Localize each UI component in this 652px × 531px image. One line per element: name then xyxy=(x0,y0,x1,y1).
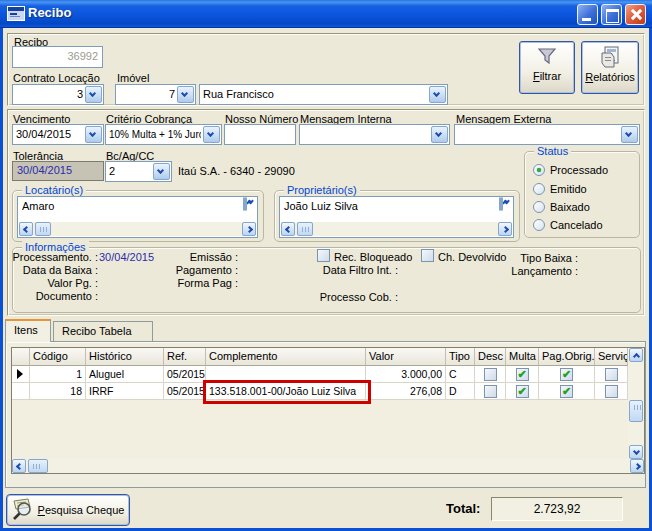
radio-baixado[interactable] xyxy=(533,201,545,213)
row-selector-arrow xyxy=(17,369,23,379)
imovel-label: Imóvel xyxy=(117,72,149,84)
col-header-historico[interactable]: Histórico xyxy=(86,348,164,366)
col-header-desc[interactable]: Desc xyxy=(475,348,506,366)
forma-pag-label: Forma Pag : xyxy=(150,277,238,289)
scroll-down-icon[interactable] xyxy=(629,445,643,459)
imovel-select[interactable]: 7 xyxy=(115,84,196,105)
bcagcc-select[interactable]: 2 xyxy=(105,161,172,182)
mensagem-externa-select[interactable] xyxy=(454,124,640,145)
grid-vscrollbar[interactable] xyxy=(628,348,644,459)
total-value-box: 2.723,92 xyxy=(491,497,623,521)
locatario-list[interactable]: Amaro xyxy=(17,196,258,238)
window-title: Recibo xyxy=(28,5,71,20)
desc-checkbox[interactable] xyxy=(484,385,497,398)
valor-pg-label: Valor Pg. : xyxy=(8,277,98,289)
scroll-right-icon[interactable] xyxy=(630,459,644,473)
relatorios-button[interactable]: Relatórios xyxy=(581,41,639,94)
col-header-pag-obrig[interactable]: Pag.Obrig. xyxy=(539,348,595,366)
col-header-codigo[interactable]: Código xyxy=(30,348,86,366)
chevron-down-icon[interactable] xyxy=(85,126,102,143)
data-baixa-label: Data da Baixa : xyxy=(8,264,98,276)
proprietario-value: João Luiz Silva xyxy=(284,200,358,212)
tab-recibo-tabela[interactable]: Recibo Tabela xyxy=(53,321,153,342)
scroll-thumb[interactable] xyxy=(35,222,51,236)
proprietario-hscrollbar[interactable] xyxy=(281,222,512,236)
locatario-title: Locatário(s) xyxy=(22,184,86,196)
radio-emitido-label: Emitido xyxy=(550,183,587,195)
locatario-spinner[interactable] xyxy=(243,198,256,210)
pagamento-label: Pagamento : xyxy=(150,264,238,276)
multa-checkbox[interactable] xyxy=(516,368,529,381)
banco-info: Itaú S.A. - 6340 - 29090 xyxy=(178,165,295,177)
scroll-right-icon[interactable] xyxy=(242,222,256,236)
chevron-down-icon[interactable] xyxy=(153,163,170,180)
chevron-down-icon[interactable] xyxy=(203,126,220,143)
ch-devolvido-label: Ch. Devolvido xyxy=(438,251,506,263)
scroll-left-icon[interactable] xyxy=(12,459,26,473)
pag-obrig-checkbox[interactable] xyxy=(560,385,573,398)
vencimento-select[interactable]: 30/04/2015 xyxy=(12,124,104,145)
desc-checkbox[interactable] xyxy=(484,368,497,381)
col-header-servico[interactable]: Serviço xyxy=(595,348,628,366)
pag-obrig-checkbox[interactable] xyxy=(560,368,573,381)
contrato-locacao-label: Contrato Locação xyxy=(13,72,100,84)
tipo-baixa-label: Tipo Baixa : xyxy=(498,252,578,264)
status-title: Status xyxy=(534,145,571,157)
ch-devolvido-checkbox[interactable] xyxy=(421,249,434,262)
col-header-tipo[interactable]: Tipo xyxy=(446,348,475,366)
chevron-down-icon[interactable] xyxy=(621,126,638,143)
rec-bloqueado-label: Rec. Bloqueado xyxy=(334,251,412,263)
processamento-value: 30/04/2015 xyxy=(99,251,154,263)
multa-checkbox[interactable] xyxy=(516,385,529,398)
scroll-left-icon[interactable] xyxy=(281,222,295,236)
filtrar-button[interactable]: Filtrar xyxy=(519,41,575,94)
chevron-down-icon[interactable] xyxy=(431,126,448,143)
tolerancia-field: 30/04/2015 xyxy=(12,161,104,181)
pesquisa-cheque-button[interactable]: Pesquisa Cheque xyxy=(6,494,130,526)
servico-checkbox[interactable] xyxy=(605,368,618,381)
nosso-numero-field[interactable] xyxy=(224,124,296,145)
reports-icon xyxy=(598,45,622,69)
chevron-down-icon[interactable] xyxy=(429,86,446,103)
proprietario-list[interactable]: João Luiz Silva xyxy=(279,196,514,238)
col-header-ref[interactable]: Ref. xyxy=(164,348,206,366)
spinner-down-icon[interactable] xyxy=(501,197,503,211)
servico-checkbox[interactable] xyxy=(605,385,618,398)
maximize-icon[interactable] xyxy=(601,4,622,25)
rec-bloqueado-checkbox[interactable] xyxy=(317,249,330,262)
emissao-label: Emissão : xyxy=(150,251,238,263)
filter-icon xyxy=(536,46,558,68)
scroll-right-icon[interactable] xyxy=(498,222,512,236)
scroll-thumb[interactable] xyxy=(28,459,48,473)
form-icon xyxy=(7,6,25,21)
locatario-hscrollbar[interactable] xyxy=(19,222,256,236)
spinner-down-icon[interactable] xyxy=(245,197,247,211)
contrato-locacao-select[interactable]: 3 xyxy=(12,84,104,105)
scroll-left-icon[interactable] xyxy=(19,222,33,236)
col-header-valor[interactable]: Valor xyxy=(366,348,446,366)
scroll-up-icon[interactable] xyxy=(629,348,643,362)
proprietario-spinner[interactable] xyxy=(499,198,512,210)
grid-empty-area xyxy=(12,400,628,459)
radio-emitido[interactable] xyxy=(533,183,545,195)
processamento-label: Processamento. : xyxy=(8,251,98,263)
processo-cob-label: Processo Cob. : xyxy=(310,291,398,303)
criterio-cobranca-select[interactable]: 10% Multa + 1% Juro xyxy=(105,124,222,145)
chevron-down-icon[interactable] xyxy=(85,86,102,103)
col-header-complemento[interactable]: Complemento xyxy=(206,348,366,366)
radio-processado[interactable] xyxy=(533,164,545,176)
radio-cancelado[interactable] xyxy=(533,219,545,231)
chevron-down-icon[interactable] xyxy=(177,86,194,103)
scroll-thumb[interactable] xyxy=(297,222,313,236)
scroll-thumb[interactable] xyxy=(629,400,643,422)
itens-grid: Código Histórico Ref. Complemento Valor … xyxy=(11,347,645,474)
titlebar[interactable]: Recibo xyxy=(0,0,652,28)
imovel-endereco-select[interactable]: Rua Francisco xyxy=(199,84,448,105)
tab-itens[interactable]: Itens xyxy=(5,319,51,342)
mensagem-interna-select[interactable] xyxy=(299,124,450,145)
minimize-icon[interactable] xyxy=(577,4,598,25)
grid-hscrollbar[interactable] xyxy=(12,459,644,473)
col-header-multa[interactable]: Multa xyxy=(506,348,539,366)
search-cheque-icon xyxy=(10,498,36,522)
close-icon[interactable] xyxy=(625,4,646,25)
